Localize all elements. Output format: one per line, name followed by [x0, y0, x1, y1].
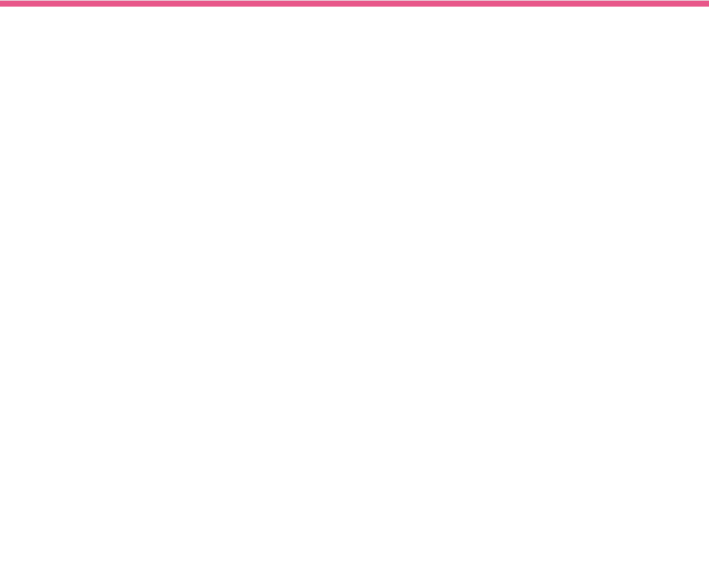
- bottom-bar: [0, 1, 709, 7]
